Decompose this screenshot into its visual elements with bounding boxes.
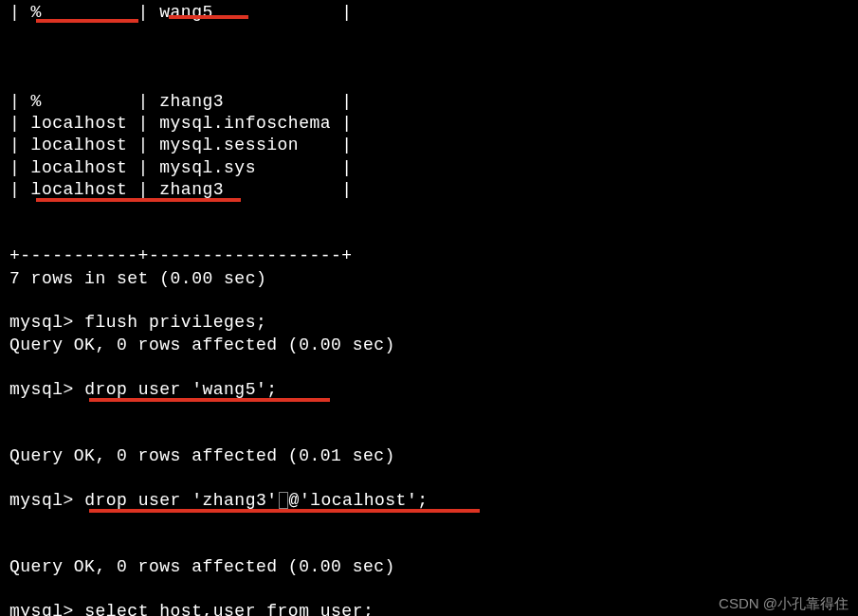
query-result: Query OK, 0 rows affected (0.01 sec) (9, 445, 849, 467)
query-result: Query OK, 0 rows affected (0.00 sec) (9, 556, 849, 578)
cursor-icon (279, 492, 288, 509)
table-row: | localhost | mysql.session | (9, 135, 849, 156)
table-row: | localhost | mysql.sys | (9, 157, 849, 179)
sql-command: mysql> flush privileges; (9, 312, 849, 334)
terminal-output[interactable]: | % | wang5 | | % | zhang3 | | localhost… (9, 2, 849, 616)
watermark: CSDN @小孔靠得住 (719, 594, 849, 613)
table-row: | localhost | mysql.infoschema | (9, 113, 849, 135)
table-row: | localhost | zhang3 | (9, 179, 849, 245)
sql-command: mysql> drop user 'zhang3'@'localhost'; (9, 490, 849, 556)
query-result: Query OK, 0 rows affected (0.00 sec) (9, 335, 849, 356)
table-border: +-----------+------------------+ (9, 245, 849, 267)
table-row: | % | zhang3 | (9, 91, 849, 113)
table-row: | % | wang5 | (9, 2, 849, 91)
result-summary: 7 rows in set (0.00 sec) (9, 268, 849, 290)
sql-command: mysql> drop user 'wang5'; (9, 379, 849, 445)
